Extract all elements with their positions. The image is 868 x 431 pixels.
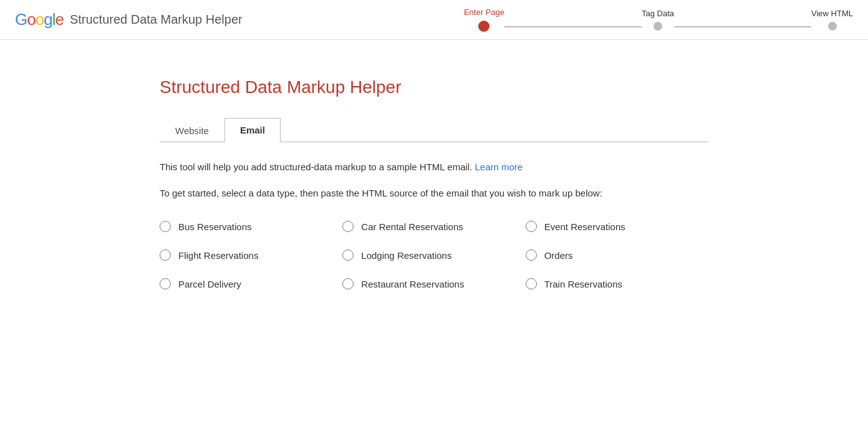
- label-event-reservations: Event Reservations: [544, 221, 625, 232]
- radio-bus-reservations[interactable]: [160, 221, 171, 232]
- step-enter-page-label: Enter Page: [464, 7, 504, 17]
- label-train-reservations: Train Reservations: [544, 279, 622, 289]
- step-view-html: View HTML: [811, 9, 853, 31]
- google-logo: Google: [15, 10, 64, 29]
- google-o1: o: [27, 10, 35, 29]
- tabs-bar: Website Email: [160, 117, 708, 142]
- label-lodging-reservations: Lodging Reservations: [361, 250, 451, 261]
- label-bus-reservations: Bus Reservations: [178, 221, 252, 232]
- label-restaurant-reservations: Restaurant Reservations: [361, 279, 464, 289]
- radio-lodging-reservations[interactable]: [342, 249, 354, 261]
- option-flight-reservations[interactable]: Flight Reservations: [160, 249, 342, 261]
- main-content: Structured Data Markup Helper Website Em…: [135, 40, 733, 314]
- learn-more-link[interactable]: Learn more: [475, 162, 523, 172]
- instruction-text: To get started, select a data type, then…: [160, 186, 708, 201]
- radio-event-reservations[interactable]: [526, 221, 537, 232]
- page-title: Structured Data Markup Helper: [160, 77, 708, 97]
- label-car-rental-reservations: Car Rental Reservations: [361, 221, 463, 232]
- header-left: Google Structured Data Markup Helper: [15, 10, 243, 29]
- google-o2: o: [36, 10, 44, 29]
- radio-flight-reservations[interactable]: [160, 249, 171, 261]
- data-type-options: Bus Reservations Car Rental Reservations…: [160, 221, 708, 289]
- label-orders: Orders: [544, 250, 573, 261]
- step-view-html-label: View HTML: [811, 9, 853, 18]
- step-tag-data-dot: [653, 22, 662, 31]
- step-line-1: [504, 26, 642, 27]
- description-content: This tool will help you add structured-d…: [160, 162, 472, 172]
- radio-restaurant-reservations[interactable]: [342, 278, 354, 289]
- steps-nav: Enter Page Tag Data View HTML: [464, 7, 853, 32]
- step-tag-data: Tag Data: [642, 9, 674, 31]
- radio-parcel-delivery[interactable]: [160, 278, 171, 289]
- label-flight-reservations: Flight Reservations: [178, 250, 258, 261]
- radio-train-reservations[interactable]: [526, 278, 537, 289]
- option-train-reservations[interactable]: Train Reservations: [526, 278, 708, 289]
- option-bus-reservations[interactable]: Bus Reservations: [160, 221, 342, 232]
- app-title: Structured Data Markup Helper: [70, 12, 243, 27]
- step-enter-page-dot: [478, 21, 489, 32]
- option-restaurant-reservations[interactable]: Restaurant Reservations: [342, 278, 525, 289]
- google-e: e: [55, 10, 63, 29]
- step-view-html-dot: [828, 22, 837, 31]
- step-enter-page: Enter Page: [464, 7, 504, 32]
- tab-website[interactable]: Website: [160, 118, 224, 142]
- option-event-reservations[interactable]: Event Reservations: [526, 221, 708, 232]
- radio-car-rental-reservations[interactable]: [342, 221, 354, 232]
- label-parcel-delivery: Parcel Delivery: [178, 279, 241, 289]
- option-lodging-reservations[interactable]: Lodging Reservations: [342, 249, 525, 261]
- tab-email[interactable]: Email: [224, 118, 281, 142]
- step-line-2: [674, 26, 811, 27]
- step-tag-data-label: Tag Data: [642, 9, 674, 18]
- header: Google Structured Data Markup Helper Ent…: [0, 0, 868, 40]
- option-parcel-delivery[interactable]: Parcel Delivery: [160, 278, 342, 289]
- description-text: This tool will help you add structured-d…: [160, 160, 708, 175]
- google-g2: g: [44, 10, 52, 29]
- option-orders[interactable]: Orders: [526, 249, 708, 261]
- google-g: G: [15, 10, 27, 29]
- option-car-rental-reservations[interactable]: Car Rental Reservations: [342, 221, 525, 232]
- radio-orders[interactable]: [526, 249, 537, 261]
